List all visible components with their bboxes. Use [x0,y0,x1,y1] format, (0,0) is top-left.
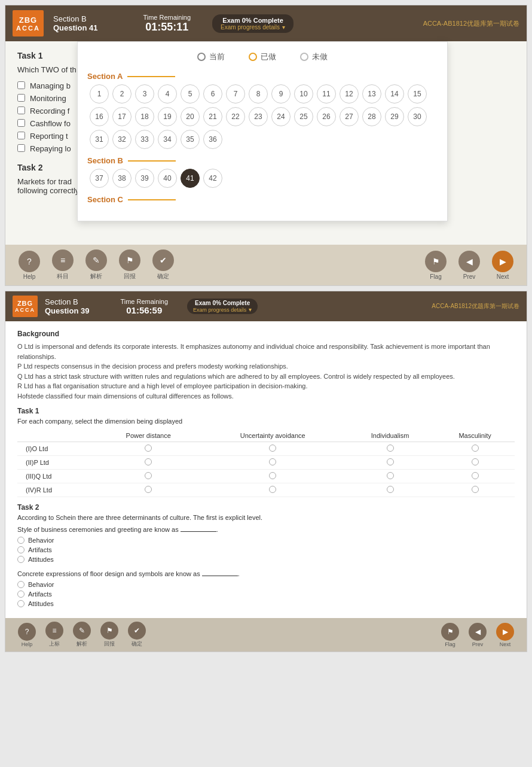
prev-button[interactable]: ◀ Prev [455,251,484,280]
radio-o-uncertainty[interactable] [200,442,345,456]
question-circle-41[interactable]: 41 [181,169,200,188]
radio-option-behavior-1[interactable]: Behavior [17,537,515,544]
next-button-bottom[interactable]: ▶ Next [493,623,517,647]
logo-zbg-bottom: ZBG [17,300,33,307]
analysis-button-bottom[interactable]: ✎ 解析 [70,622,94,648]
question-circle-1[interactable]: 1 [90,84,109,104]
question-circle-11[interactable]: 11 [317,84,336,104]
radio-p-individualism[interactable] [345,456,435,470]
question-circle-32[interactable]: 32 [112,130,132,149]
radio-r-individualism[interactable] [345,483,435,497]
header-section-info-bottom: Section B Question 39 [45,297,89,315]
question-circle-38[interactable]: 38 [112,169,132,188]
checkbox-3[interactable] [17,106,25,114]
question-circle-15[interactable]: 15 [408,84,427,104]
radio-o-masculinity[interactable] [435,442,515,456]
logo: ZBG ACCA [13,10,44,36]
task2-intro: According to Schein there are three dete… [17,514,515,521]
progress-indicator-bottom[interactable]: Exam 0% Complete Exam progress details ▾ [187,299,258,314]
question-circle-31[interactable]: 31 [90,130,109,149]
question-circle-8[interactable]: 8 [249,84,268,104]
question-circle-9[interactable]: 9 [271,84,291,104]
company-q: (III)Q Ltd [17,470,96,483]
question-circle-7[interactable]: 7 [226,84,245,104]
question-circle-27[interactable]: 27 [340,107,359,126]
checkbox-1[interactable] [17,81,25,89]
confirm-button-bottom[interactable]: ✔ 确定 [125,622,149,648]
report-button[interactable]: ⚑ 回报 [115,249,144,281]
question-circle-4[interactable]: 4 [158,84,177,104]
question-circle-20[interactable]: 20 [181,107,200,126]
question-circle-10[interactable]: 10 [294,84,313,104]
question-circle-21[interactable]: 21 [203,107,222,126]
radio-option-artifacts-1[interactable]: Artifacts [17,546,515,553]
question-circle-16[interactable]: 16 [90,107,109,126]
radio-o-power[interactable] [96,442,200,456]
help-button[interactable]: ? Help [15,251,44,280]
question-circle-30[interactable]: 30 [408,107,427,126]
radio-p-power[interactable] [96,456,200,470]
radio-q-masculinity[interactable] [435,470,515,483]
question-circle-5[interactable]: 5 [181,84,200,104]
radio-r-power[interactable] [96,483,200,497]
question-circle-28[interactable]: 28 [362,107,381,126]
radio-o-individualism[interactable] [345,442,435,456]
question-circle-34[interactable]: 34 [158,130,177,149]
confirm-button[interactable]: ✔ 确定 [149,249,178,281]
question-circle-14[interactable]: 14 [385,84,404,104]
question-circle-22[interactable]: 22 [226,107,245,126]
question-circle-23[interactable]: 23 [249,107,268,126]
section-a-label: Section A [87,72,438,81]
background-title: Background [17,330,515,338]
question-circle-18[interactable]: 18 [135,107,154,126]
section-a-block: Section A 123456789101112131415161718192… [87,72,438,149]
help-button-bottom[interactable]: ? Help [15,623,39,647]
analysis-button[interactable]: ✎ 解析 [82,249,111,281]
checkbox-6[interactable] [17,144,25,152]
radio-q-individualism[interactable] [345,470,435,483]
question-circle-12[interactable]: 12 [340,84,359,104]
checkbox-4[interactable] [17,119,25,127]
question-circle-6[interactable]: 6 [203,84,222,104]
subject-button[interactable]: ≡ 科目 [48,249,77,281]
next-button[interactable]: ▶ Next [488,251,517,280]
progress-indicator[interactable]: Exam 0% Complete Exam progress details ▾ [212,14,293,33]
question-circle-17[interactable]: 17 [112,107,132,126]
question-circle-39[interactable]: 39 [135,169,154,188]
question-circle-25[interactable]: 25 [294,107,313,126]
flag-button-bottom[interactable]: ⚑ Flag [438,623,462,647]
report-button-bottom[interactable]: ⚑ 回报 [97,622,121,648]
question-circle-33[interactable]: 33 [135,130,154,149]
radio-p-uncertainty[interactable] [200,456,345,470]
question-circle-19[interactable]: 19 [158,107,177,126]
question-circle-26[interactable]: 26 [317,107,336,126]
radio-r-uncertainty[interactable] [200,483,345,497]
radio-q-uncertainty[interactable] [200,470,345,483]
checkbox-5[interactable] [17,132,25,139]
question-circle-2[interactable]: 2 [112,84,132,104]
question-circle-42[interactable]: 42 [203,169,222,188]
radio-r-masculinity[interactable] [435,483,515,497]
checkbox-2[interactable] [17,94,25,102]
subject-button-bottom[interactable]: ≡ 上标 [42,622,66,648]
radio-p-masculinity[interactable] [435,456,515,470]
question-circle-24[interactable]: 24 [271,107,291,126]
question-circle-40[interactable]: 40 [158,169,177,188]
question-circle-29[interactable]: 29 [385,107,404,126]
question-circle-37[interactable]: 37 [90,169,109,188]
radio-option-attitudes-2[interactable]: Attitudes [17,600,515,607]
col-masculinity: Masculinity [435,430,515,442]
question-circle-3[interactable]: 3 [135,84,154,104]
question-circle-35[interactable]: 35 [181,130,200,149]
question-circle-36[interactable]: 36 [203,130,222,149]
radio-q-power[interactable] [96,470,200,483]
radio-option-artifacts-2[interactable]: Artifacts [17,591,515,598]
radio-option-attitudes-1[interactable]: Attitudes [17,556,515,563]
radio-option-behavior-2[interactable]: Behavior [17,581,515,588]
prev-button-bottom[interactable]: ◀ Prev [466,623,490,647]
question-circle-13[interactable]: 13 [362,84,381,104]
flag-button[interactable]: ⚑ Flag [421,251,450,280]
header-timer-bottom: Time Remaining 01:56:59 [120,298,168,315]
col-power: Power distance [96,430,200,442]
legend-current: 当前 [197,51,225,62]
